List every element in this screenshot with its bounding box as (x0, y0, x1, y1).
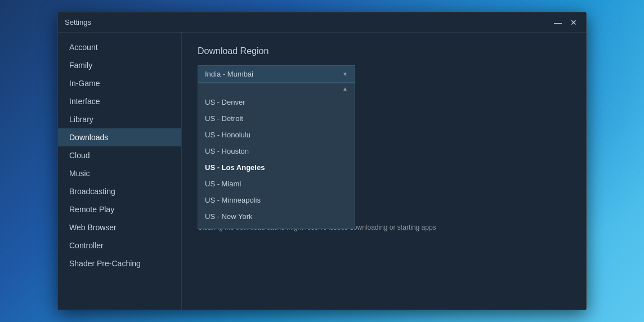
sidebar-item-broadcasting[interactable]: Broadcasting (58, 182, 181, 200)
dropdown-item-us-houston[interactable]: US - Houston (198, 143, 355, 159)
dropdown-item-us-honolulu[interactable]: US - Honolulu (198, 127, 355, 143)
sidebar-item-library[interactable]: Library (58, 110, 181, 128)
sidebar-item-interface[interactable]: Interface (58, 92, 181, 110)
dropdown-selected-value: India - Mumbai (205, 70, 253, 78)
dropdown-item-us-denver[interactable]: US - Denver (198, 94, 355, 110)
minimize-button[interactable]: — (552, 17, 564, 28)
dropdown-list: ▲ US - DenverUS - DetroitUS - HonoluluUS… (198, 83, 355, 229)
sidebar-item-controller[interactable]: Controller (58, 236, 181, 254)
download-region-title: Download Region (198, 46, 570, 56)
title-bar: Settings — ✕ (58, 12, 586, 33)
settings-window: Settings — ✕ AccountFamilyIn-GameInterfa… (57, 12, 587, 310)
sidebar-item-web-browser[interactable]: Web Browser (58, 218, 181, 236)
sidebar-item-account[interactable]: Account (58, 38, 181, 56)
main-content-area: Download Region India - Mumbai ▼ ▲ US - … (182, 33, 586, 310)
dropdown-item-us-new-york[interactable]: US - New York (198, 208, 355, 225)
dropdown-item-us-miami[interactable]: US - Miami (198, 176, 355, 192)
window-title: Settings (65, 18, 91, 26)
download-region-dropdown-container: India - Mumbai ▼ ▲ US - DenverUS - Detro… (198, 65, 355, 83)
sidebar-item-cloud[interactable]: Cloud (58, 146, 181, 164)
sidebar-item-shader-pre-caching[interactable]: Shader Pre-Caching (58, 254, 181, 272)
sidebar: AccountFamilyIn-GameInterfaceLibraryDown… (58, 33, 182, 310)
scroll-up-indicator: ▲ (198, 83, 355, 94)
dropdown-arrow-icon: ▼ (342, 71, 348, 77)
dropdown-item-us-minneapolis[interactable]: US - Minneapolis (198, 192, 355, 208)
dropdown-item-us-los-angeles[interactable]: US - Los Angeles (198, 159, 355, 176)
dropdown-item-us-detroit[interactable]: US - Detroit (198, 110, 355, 127)
dropdown-item-us-philadelphia[interactable]: US - Philadelphia (198, 225, 355, 229)
sidebar-item-family[interactable]: Family (58, 56, 181, 74)
sidebar-item-in-game[interactable]: In-Game (58, 74, 181, 92)
close-button[interactable]: ✕ (568, 17, 579, 28)
sidebar-item-remote-play[interactable]: Remote Play (58, 200, 181, 218)
download-region-dropdown[interactable]: India - Mumbai ▼ (198, 65, 355, 83)
title-bar-controls: — ✕ (552, 17, 579, 28)
sidebar-item-music[interactable]: Music (58, 164, 181, 182)
sidebar-item-downloads[interactable]: Downloads (58, 128, 181, 146)
main-layout: AccountFamilyIn-GameInterfaceLibraryDown… (58, 33, 586, 310)
